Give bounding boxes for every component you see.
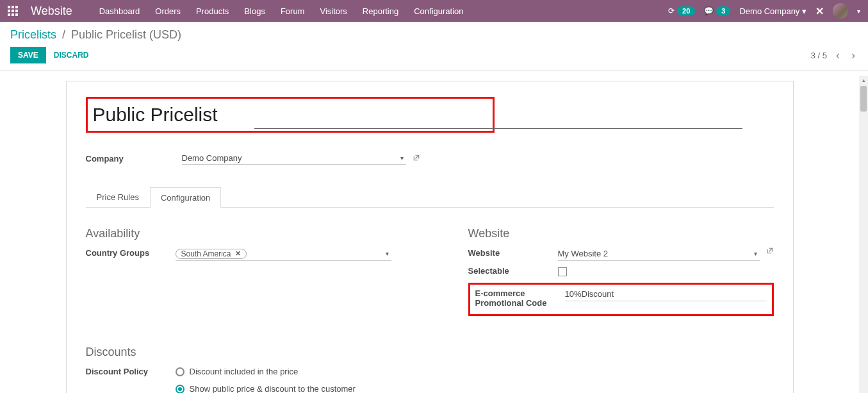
pager-next[interactable]: › [849, 49, 858, 62]
menu-visitors[interactable]: Visitors [312, 1, 354, 21]
menu-reporting[interactable]: Reporting [355, 1, 406, 21]
user-caret-icon: ▾ [857, 8, 860, 15]
main-menu: Dashboard Orders Products Blogs Forum Vi… [92, 1, 471, 21]
menu-dashboard[interactable]: Dashboard [92, 1, 148, 21]
save-button[interactable]: SAVE [10, 47, 46, 63]
chat-count: 3 [716, 6, 730, 15]
menu-blogs[interactable]: Blogs [236, 1, 273, 21]
user-avatar[interactable] [833, 3, 848, 19]
company-name: Demo Company [739, 6, 799, 16]
breadcrumb-current: Public Pricelist (USD) [71, 28, 181, 41]
pager-prev[interactable]: ‹ [833, 49, 842, 62]
breadcrumb-root[interactable]: Pricelists [10, 28, 56, 41]
menu-configuration[interactable]: Configuration [406, 1, 471, 21]
breadcrumb: Pricelists / Public Pricelist (USD) [10, 28, 858, 42]
chat-icon: 💬 [704, 6, 714, 15]
close-icon[interactable]: ✕ [815, 5, 824, 17]
control-actions: SAVE DISCARD 3 / 5 ‹ › [10, 47, 858, 63]
apps-icon[interactable] [8, 6, 18, 16]
top-nav: Website Dashboard Orders Products Blogs … [0, 0, 868, 22]
chat-indicator[interactable]: 💬 3 [704, 6, 730, 15]
company-switcher[interactable]: Demo Company ▾ [739, 6, 807, 16]
menu-orders[interactable]: Orders [147, 1, 188, 21]
pager-text: 3 / 5 [811, 51, 827, 60]
timer-indicator[interactable]: ⟳ 20 [668, 6, 695, 15]
control-bar: Pricelists / Public Pricelist (USD) SAVE… [0, 22, 868, 71]
discard-button[interactable]: DISCARD [46, 47, 97, 63]
brand-title: Website [31, 4, 72, 18]
menu-forum[interactable]: Forum [273, 1, 313, 21]
pager: 3 / 5 ‹ › [811, 49, 858, 62]
menu-products[interactable]: Products [188, 1, 236, 21]
topnav-right: ⟳ 20 💬 3 Demo Company ▾ ✕ ▾ [668, 3, 860, 19]
caret-down-icon: ▾ [802, 6, 807, 16]
timer-count: 20 [677, 6, 695, 15]
timer-icon: ⟳ [668, 6, 675, 15]
breadcrumb-sep: / [62, 28, 65, 41]
